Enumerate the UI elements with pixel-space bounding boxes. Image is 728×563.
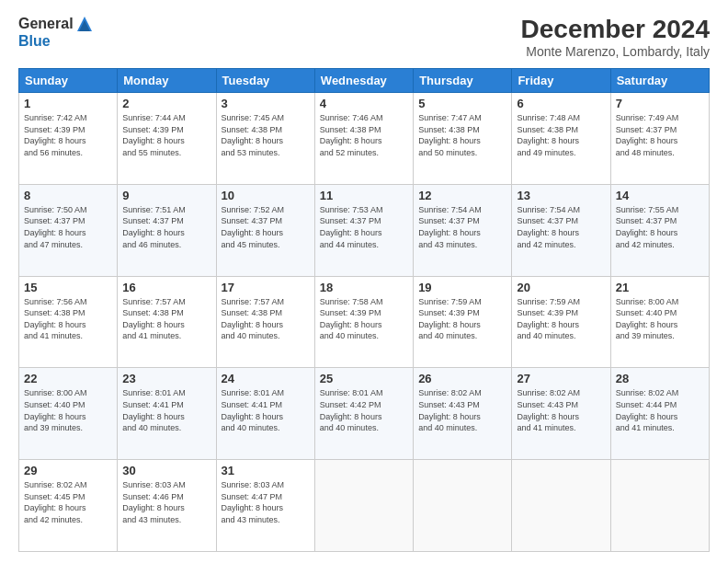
calendar-header-wednesday: Wednesday (314, 69, 413, 93)
day-info: Sunrise: 7:54 AM Sunset: 4:37 PM Dayligh… (418, 204, 506, 250)
calendar-cell: 20Sunrise: 7:59 AM Sunset: 4:39 PM Dayli… (512, 276, 610, 368)
calendar-header-friday: Friday (512, 69, 610, 93)
day-info: Sunrise: 8:02 AM Sunset: 4:45 PM Dayligh… (24, 479, 112, 525)
day-info: Sunrise: 8:01 AM Sunset: 4:42 PM Dayligh… (320, 387, 408, 433)
day-info: Sunrise: 7:59 AM Sunset: 4:39 PM Dayligh… (418, 296, 506, 342)
day-info: Sunrise: 7:47 AM Sunset: 4:38 PM Dayligh… (418, 112, 506, 158)
calendar-week-3: 15Sunrise: 7:56 AM Sunset: 4:38 PM Dayli… (19, 276, 710, 368)
day-number: 17 (222, 281, 310, 294)
calendar-cell: 11Sunrise: 7:53 AM Sunset: 4:37 PM Dayli… (314, 184, 413, 276)
day-info: Sunrise: 7:55 AM Sunset: 4:37 PM Dayligh… (616, 204, 704, 250)
calendar-cell: 28Sunrise: 8:02 AM Sunset: 4:44 PM Dayli… (610, 368, 709, 460)
day-number: 29 (24, 464, 112, 477)
day-number: 6 (517, 97, 605, 110)
calendar-cell: 8Sunrise: 7:50 AM Sunset: 4:37 PM Daylig… (19, 184, 118, 276)
calendar-cell: 2Sunrise: 7:44 AM Sunset: 4:39 PM Daylig… (118, 93, 216, 185)
calendar-cell: 29Sunrise: 8:02 AM Sunset: 4:45 PM Dayli… (19, 460, 118, 552)
day-info: Sunrise: 7:44 AM Sunset: 4:39 PM Dayligh… (122, 112, 210, 158)
calendar-cell: 12Sunrise: 7:54 AM Sunset: 4:37 PM Dayli… (414, 184, 512, 276)
day-number: 15 (24, 281, 112, 294)
day-info: Sunrise: 7:51 AM Sunset: 4:37 PM Dayligh… (122, 204, 210, 250)
logo: General Blue (18, 15, 94, 50)
day-info: Sunrise: 7:48 AM Sunset: 4:38 PM Dayligh… (517, 112, 605, 158)
day-number: 16 (122, 281, 210, 294)
calendar-cell: 31Sunrise: 8:03 AM Sunset: 4:47 PM Dayli… (216, 460, 314, 552)
calendar-week-5: 29Sunrise: 8:02 AM Sunset: 4:45 PM Dayli… (19, 460, 710, 552)
day-number: 1 (24, 97, 112, 110)
day-info: Sunrise: 8:00 AM Sunset: 4:40 PM Dayligh… (24, 387, 112, 433)
calendar-header-tuesday: Tuesday (216, 69, 314, 93)
day-info: Sunrise: 8:02 AM Sunset: 4:43 PM Dayligh… (517, 387, 605, 433)
calendar-cell (314, 460, 413, 552)
calendar-cell: 18Sunrise: 7:58 AM Sunset: 4:39 PM Dayli… (314, 276, 413, 368)
day-number: 22 (24, 372, 112, 385)
day-info: Sunrise: 7:46 AM Sunset: 4:38 PM Dayligh… (320, 112, 408, 158)
calendar-cell: 5Sunrise: 7:47 AM Sunset: 4:38 PM Daylig… (414, 93, 512, 185)
calendar-cell: 24Sunrise: 8:01 AM Sunset: 4:41 PM Dayli… (216, 368, 314, 460)
calendar-cell: 6Sunrise: 7:48 AM Sunset: 4:38 PM Daylig… (512, 93, 610, 185)
calendar-header-sunday: Sunday (19, 69, 118, 93)
calendar-cell: 9Sunrise: 7:51 AM Sunset: 4:37 PM Daylig… (118, 184, 216, 276)
calendar-cell (414, 460, 512, 552)
day-number: 25 (320, 372, 408, 385)
calendar-cell: 1Sunrise: 7:42 AM Sunset: 4:39 PM Daylig… (19, 93, 118, 185)
day-number: 31 (222, 464, 310, 477)
calendar-header-thursday: Thursday (414, 69, 512, 93)
day-info: Sunrise: 7:57 AM Sunset: 4:38 PM Dayligh… (222, 296, 310, 342)
logo-general-text: General (18, 16, 74, 32)
calendar-cell: 15Sunrise: 7:56 AM Sunset: 4:38 PM Dayli… (19, 276, 118, 368)
day-number: 5 (418, 97, 506, 110)
logo-blue-text: Blue (18, 33, 51, 50)
day-number: 18 (320, 281, 408, 294)
title-section: December 2024 Monte Marenzo, Lombardy, I… (521, 15, 710, 59)
calendar-cell: 27Sunrise: 8:02 AM Sunset: 4:43 PM Dayli… (512, 368, 610, 460)
day-number: 27 (517, 372, 605, 385)
day-info: Sunrise: 7:57 AM Sunset: 4:38 PM Dayligh… (122, 296, 210, 342)
day-info: Sunrise: 7:56 AM Sunset: 4:38 PM Dayligh… (24, 296, 112, 342)
day-info: Sunrise: 7:58 AM Sunset: 4:39 PM Dayligh… (320, 296, 408, 342)
calendar-week-2: 8Sunrise: 7:50 AM Sunset: 4:37 PM Daylig… (19, 184, 710, 276)
day-info: Sunrise: 8:03 AM Sunset: 4:47 PM Dayligh… (222, 479, 310, 525)
day-info: Sunrise: 8:00 AM Sunset: 4:40 PM Dayligh… (616, 296, 704, 342)
day-number: 4 (320, 97, 408, 110)
day-number: 2 (122, 97, 210, 110)
day-info: Sunrise: 7:52 AM Sunset: 4:37 PM Dayligh… (222, 204, 310, 250)
header: General Blue December 2024 Monte Marenzo… (18, 15, 710, 59)
calendar-cell (512, 460, 610, 552)
day-number: 28 (616, 372, 704, 385)
calendar-cell (610, 460, 709, 552)
day-number: 20 (517, 281, 605, 294)
calendar-cell: 10Sunrise: 7:52 AM Sunset: 4:37 PM Dayli… (216, 184, 314, 276)
day-number: 3 (222, 97, 310, 110)
day-info: Sunrise: 7:49 AM Sunset: 4:37 PM Dayligh… (616, 112, 704, 158)
day-info: Sunrise: 7:42 AM Sunset: 4:39 PM Dayligh… (24, 112, 112, 158)
day-info: Sunrise: 7:59 AM Sunset: 4:39 PM Dayligh… (517, 296, 605, 342)
day-number: 12 (418, 189, 506, 202)
calendar-header-monday: Monday (118, 69, 216, 93)
day-info: Sunrise: 7:53 AM Sunset: 4:37 PM Dayligh… (320, 204, 408, 250)
day-number: 9 (122, 189, 210, 202)
calendar-cell: 21Sunrise: 8:00 AM Sunset: 4:40 PM Dayli… (610, 276, 709, 368)
day-info: Sunrise: 7:54 AM Sunset: 4:37 PM Dayligh… (517, 204, 605, 250)
day-number: 8 (24, 189, 112, 202)
calendar-cell: 3Sunrise: 7:45 AM Sunset: 4:38 PM Daylig… (216, 93, 314, 185)
calendar-cell: 19Sunrise: 7:59 AM Sunset: 4:39 PM Dayli… (414, 276, 512, 368)
day-number: 19 (418, 281, 506, 294)
calendar-cell: 30Sunrise: 8:03 AM Sunset: 4:46 PM Dayli… (118, 460, 216, 552)
day-number: 11 (320, 189, 408, 202)
calendar-header-saturday: Saturday (610, 69, 709, 93)
calendar-week-4: 22Sunrise: 8:00 AM Sunset: 4:40 PM Dayli… (19, 368, 710, 460)
day-info: Sunrise: 7:50 AM Sunset: 4:37 PM Dayligh… (24, 204, 112, 250)
day-number: 10 (222, 189, 310, 202)
calendar-cell: 22Sunrise: 8:00 AM Sunset: 4:40 PM Dayli… (19, 368, 118, 460)
calendar-header-row: SundayMondayTuesdayWednesdayThursdayFrid… (19, 69, 710, 93)
calendar-cell: 23Sunrise: 8:01 AM Sunset: 4:41 PM Dayli… (118, 368, 216, 460)
calendar-week-1: 1Sunrise: 7:42 AM Sunset: 4:39 PM Daylig… (19, 93, 710, 185)
calendar-cell: 25Sunrise: 8:01 AM Sunset: 4:42 PM Dayli… (314, 368, 413, 460)
day-info: Sunrise: 8:03 AM Sunset: 4:46 PM Dayligh… (122, 479, 210, 525)
calendar-table: SundayMondayTuesdayWednesdayThursdayFrid… (18, 68, 710, 552)
day-number: 7 (616, 97, 704, 110)
day-info: Sunrise: 8:01 AM Sunset: 4:41 PM Dayligh… (222, 387, 310, 433)
calendar-cell: 26Sunrise: 8:02 AM Sunset: 4:43 PM Dayli… (414, 368, 512, 460)
day-info: Sunrise: 8:02 AM Sunset: 4:44 PM Dayligh… (616, 387, 704, 433)
